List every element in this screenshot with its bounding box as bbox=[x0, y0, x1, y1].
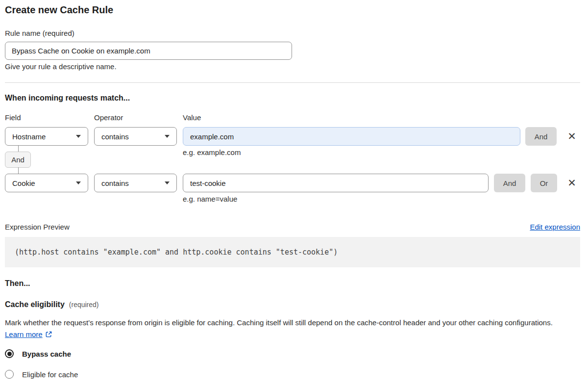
page-title: Create new Cache Rule bbox=[5, 4, 113, 16]
remove-row1-button[interactable]: ✕ bbox=[564, 128, 580, 145]
close-icon: ✕ bbox=[567, 130, 576, 142]
chevron-down-icon bbox=[165, 182, 170, 184]
chevron-down-icon bbox=[76, 182, 81, 184]
connector-and-button[interactable]: And bbox=[5, 152, 31, 168]
rule-name-input[interactable] bbox=[5, 42, 292, 60]
radio-option-eligible-for-cache[interactable]: Eligible for cache bbox=[5, 370, 78, 379]
value-input-row2[interactable] bbox=[183, 174, 489, 192]
field-select-row1[interactable]: Hostname bbox=[5, 127, 88, 146]
or-button-row2[interactable]: Or bbox=[531, 174, 557, 192]
operator-select-row2[interactable]: contains bbox=[94, 174, 177, 192]
radio-label: Bypass cache bbox=[22, 350, 71, 358]
match-section-heading: When incoming requests match... bbox=[5, 94, 130, 103]
cache-eligibility-description: Mark whether the request’s response from… bbox=[5, 317, 573, 341]
rule-name-label: Rule name (required) bbox=[5, 29, 74, 37]
expression-code: (http.host contains "example.com" and ht… bbox=[15, 248, 338, 257]
field-select-row1-value: Hostname bbox=[12, 132, 46, 141]
description-text: Mark whether the request’s response from… bbox=[5, 318, 553, 327]
edit-expression-link[interactable]: Edit expression bbox=[530, 223, 580, 231]
column-label-value: Value bbox=[183, 113, 201, 122]
and-button-row2[interactable]: And bbox=[494, 174, 525, 192]
section-divider bbox=[5, 82, 580, 83]
chevron-down-icon bbox=[76, 135, 81, 138]
expression-preview-label: Expression Preview bbox=[5, 223, 70, 231]
column-label-operator: Operator bbox=[94, 113, 123, 122]
and-button-row1[interactable]: And bbox=[525, 127, 557, 146]
remove-row2-button[interactable]: ✕ bbox=[564, 175, 580, 191]
required-note: (required) bbox=[69, 301, 99, 309]
connector-line bbox=[18, 167, 19, 174]
radio-unselected-icon[interactable] bbox=[5, 370, 14, 379]
expression-code-block: (http.host contains "example.com" and ht… bbox=[5, 237, 580, 267]
close-icon: ✕ bbox=[567, 177, 576, 189]
value-input-row1[interactable] bbox=[183, 127, 520, 146]
operator-select-row2-value: contains bbox=[101, 179, 129, 187]
learn-more-link[interactable]: Learn more bbox=[5, 330, 43, 338]
cache-eligibility-title: Cache eligibility bbox=[5, 300, 65, 309]
chevron-down-icon bbox=[165, 135, 170, 138]
field-select-row2-value: Cookie bbox=[12, 179, 35, 187]
operator-select-row1-value: contains bbox=[101, 132, 129, 141]
value-hint-row1: e.g. example.com bbox=[183, 148, 241, 156]
then-section-heading: Then... bbox=[5, 279, 30, 288]
rule-name-helper: Give your rule a descriptive name. bbox=[5, 62, 117, 71]
column-label-field: Field bbox=[5, 113, 21, 122]
value-hint-row2: e.g. name=value bbox=[183, 195, 237, 203]
field-select-row2[interactable]: Cookie bbox=[5, 174, 88, 192]
radio-selected-icon[interactable] bbox=[5, 349, 14, 358]
cache-eligibility-heading: Cache eligibility (required) bbox=[5, 300, 99, 309]
external-link-icon bbox=[45, 330, 52, 341]
radio-label: Eligible for cache bbox=[22, 370, 78, 379]
radio-option-bypass-cache[interactable]: Bypass cache bbox=[5, 349, 71, 358]
operator-select-row1[interactable]: contains bbox=[94, 127, 177, 146]
